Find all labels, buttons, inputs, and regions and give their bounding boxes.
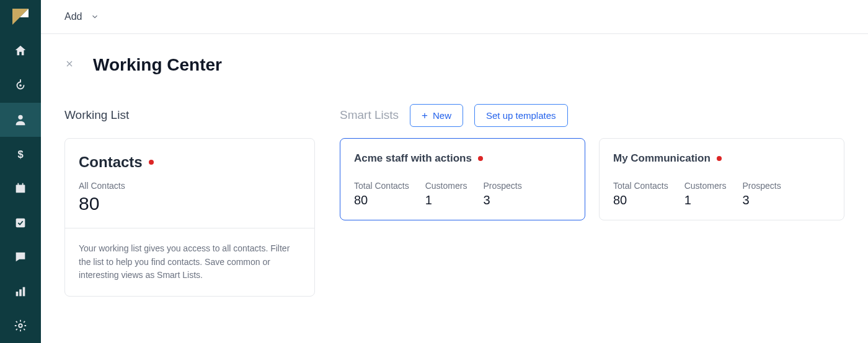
sidebar-item-home[interactable] (0, 34, 41, 69)
metric-prospects: Prospects 3 (483, 181, 521, 207)
all-contacts-value: 80 (79, 193, 301, 214)
sidebar-item-analytics[interactable] (0, 274, 41, 309)
svg-rect-5 (16, 185, 25, 193)
content: Working Center Working List Contacts All (41, 34, 868, 343)
smart-list-card[interactable]: Acme staff with actions Total Contacts 8… (340, 138, 585, 220)
smart-list-card[interactable]: My Communication Total Contacts 80 Custo… (599, 138, 844, 220)
sidebar-item-money[interactable]: $ (0, 137, 41, 172)
metric-customers: Customers 1 (425, 181, 467, 207)
all-contacts-label: All Contacts (79, 181, 301, 191)
sidebar-item-settings[interactable] (0, 309, 41, 343)
svg-point-12 (19, 324, 22, 328)
smart-lists-section: Smart Lists + New Set up templates Acme (340, 103, 844, 297)
close-button[interactable] (64, 59, 74, 72)
add-label: Add (64, 11, 82, 22)
working-list-title: Working List (64, 108, 129, 122)
svg-rect-10 (19, 289, 22, 296)
page-header: Working Center (64, 55, 844, 75)
contacts-card[interactable]: Contacts All Contacts 80 Your working li… (64, 138, 315, 297)
metric-prospects: Prospects 3 (742, 181, 781, 207)
sidebar-item-calendar[interactable] (0, 172, 41, 206)
svg-point-2 (19, 84, 22, 87)
new-label: New (433, 110, 451, 121)
setup-templates-button[interactable]: Set up templates (474, 104, 568, 127)
working-list-section: Working List Contacts All Contacts 80 (64, 103, 315, 297)
svg-rect-7 (22, 183, 24, 186)
chevron-down-icon (91, 12, 99, 21)
contacts-card-help: Your working list gives you access to al… (65, 228, 314, 296)
contacts-card-top: Contacts All Contacts 80 (65, 139, 314, 228)
plus-icon: + (422, 110, 428, 121)
svg-rect-6 (17, 183, 19, 186)
metric-total-contacts: Total Contacts 80 (613, 181, 668, 207)
status-dot-icon (149, 160, 154, 165)
help-text: Your working list gives you access to al… (79, 242, 301, 282)
setup-label: Set up templates (486, 110, 556, 121)
metric-total-contacts: Total Contacts 80 (354, 181, 409, 207)
sidebar-item-contacts[interactable] (0, 103, 41, 137)
new-list-button[interactable]: + New (410, 104, 463, 127)
main-area: Add Working Center Working List (41, 0, 868, 343)
smart-card-title: My Communication (613, 152, 711, 165)
metric-customers: Customers 1 (684, 181, 727, 207)
svg-text:$: $ (17, 148, 23, 159)
contacts-card-title: Contacts (79, 154, 143, 171)
sidebar-item-chat[interactable] (0, 240, 41, 275)
status-dot-icon (717, 156, 722, 161)
close-icon (64, 59, 74, 69)
smart-lists-title: Smart Lists (340, 108, 399, 122)
svg-point-3 (18, 115, 22, 119)
svg-rect-8 (16, 218, 25, 227)
sidebar: $ (0, 0, 41, 343)
svg-rect-11 (23, 287, 25, 296)
add-button[interactable]: Add (64, 11, 99, 22)
app-logo (0, 0, 41, 34)
page-title: Working Center (93, 55, 222, 75)
status-dot-icon (478, 156, 483, 161)
sidebar-item-tasks[interactable] (0, 206, 41, 240)
svg-rect-9 (16, 292, 19, 296)
smart-card-title: Acme staff with actions (354, 152, 472, 165)
sidebar-item-target[interactable] (0, 68, 41, 103)
topbar: Add (41, 0, 868, 34)
